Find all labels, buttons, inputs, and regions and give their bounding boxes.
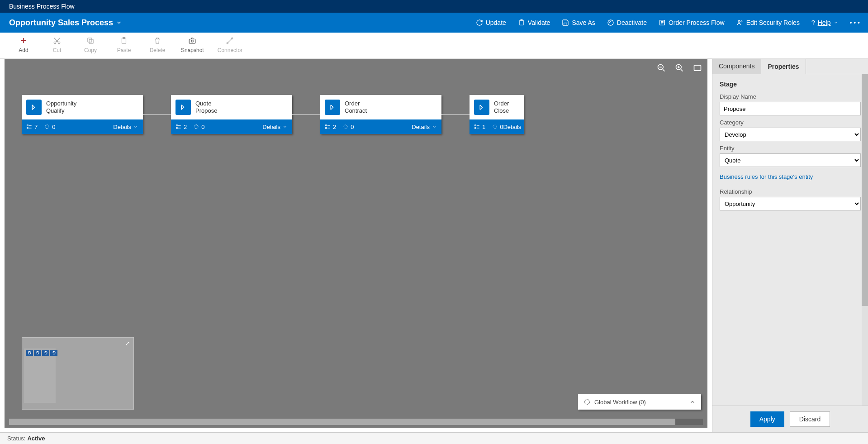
- stage-card[interactable]: OpportunityQualify70Details: [22, 95, 143, 134]
- stage-entity: Quote: [195, 100, 217, 107]
- copy-icon: [86, 36, 95, 45]
- svg-point-14: [227, 43, 228, 44]
- paste-button[interactable]: Paste: [114, 36, 134, 53]
- workflows-count: 0: [492, 124, 503, 130]
- svg-point-42: [493, 125, 497, 129]
- apply-button[interactable]: Apply: [750, 411, 784, 427]
- stage-card[interactable]: OrderContract20Details: [320, 95, 441, 134]
- deactivate-button[interactable]: Deactivate: [603, 16, 650, 29]
- fit-screen-button[interactable]: [693, 63, 702, 72]
- zoom-in-button[interactable]: [675, 63, 684, 72]
- stage-name: Qualify: [46, 107, 76, 115]
- business-rules-link[interactable]: Business rules for this stage's entity: [720, 173, 813, 180]
- category-select[interactable]: Develop: [720, 128, 861, 141]
- more-icon: • • •: [850, 19, 860, 26]
- steps-count: 2: [175, 124, 187, 130]
- delete-button[interactable]: Delete: [147, 36, 167, 53]
- cut-button[interactable]: Cut: [47, 36, 67, 53]
- stage-icon: [26, 100, 42, 115]
- minimap-node: Ɖ: [34, 350, 41, 356]
- chevron-up-icon[interactable]: [689, 399, 696, 405]
- stage-details-toggle[interactable]: Details: [262, 124, 288, 130]
- plus-icon: +: [21, 36, 27, 45]
- tab-properties[interactable]: Properties: [761, 59, 806, 74]
- steps-count: 7: [26, 124, 38, 130]
- stage-connector: [441, 114, 470, 115]
- connector-button[interactable]: Connector: [218, 36, 242, 53]
- svg-point-15: [232, 38, 233, 39]
- paste-icon: [120, 36, 128, 45]
- svg-rect-8: [89, 39, 93, 43]
- minimap-viewport[interactable]: [24, 349, 56, 403]
- steps-count: 2: [325, 124, 336, 130]
- minimap[interactable]: ⤢ Ɖ Ɖ Ɖ Ɖ: [22, 337, 134, 410]
- svg-rect-9: [88, 38, 92, 42]
- stage-icon: [175, 100, 191, 115]
- copy-button[interactable]: Copy: [81, 36, 100, 53]
- svg-rect-27: [176, 128, 177, 129]
- zoom-out-button[interactable]: [657, 63, 666, 72]
- title-bar-text: Business Process Flow: [9, 3, 75, 10]
- stage-card[interactable]: OrderClose10Details: [470, 95, 524, 134]
- validate-button[interactable]: Validate: [514, 16, 554, 29]
- svg-point-6: [54, 42, 56, 44]
- stage-entity: Opportunity: [46, 100, 76, 107]
- global-workflow-bar[interactable]: Global Workflow (0): [578, 394, 701, 410]
- command-bar: Opportunity Sales Process Update Validat…: [0, 13, 868, 33]
- stage-icon: [474, 100, 489, 115]
- status-bar: Status: Active: [0, 432, 868, 444]
- scrollbar-thumb[interactable]: [9, 419, 675, 425]
- vertical-scrollbar[interactable]: [862, 74, 868, 406]
- help-button[interactable]: ? Help: [808, 16, 842, 29]
- display-name-label: Display Name: [720, 93, 861, 100]
- stage-details-toggle[interactable]: Details: [113, 124, 138, 130]
- steps-count: 1: [474, 124, 485, 130]
- stage-name: Close: [494, 107, 509, 115]
- stage-connector: [143, 114, 171, 115]
- order-process-flow-button[interactable]: Order Process Flow: [655, 16, 728, 29]
- svg-rect-26: [176, 125, 177, 126]
- update-button[interactable]: Update: [472, 16, 510, 29]
- designer-canvas[interactable]: OpportunityQualify70DetailsQuotePropose2…: [5, 59, 707, 428]
- security-roles-icon: [736, 19, 744, 26]
- display-name-input[interactable]: [720, 102, 861, 115]
- stage-card[interactable]: QuotePropose20Details: [171, 95, 292, 134]
- process-name-dropdown[interactable]: Opportunity Sales Process: [9, 18, 122, 28]
- help-icon: ?: [811, 19, 815, 26]
- refresh-icon: [476, 19, 483, 26]
- edit-security-roles-button[interactable]: Edit Security Roles: [733, 16, 803, 29]
- stage-icon: [325, 100, 340, 115]
- deactivate-icon: [607, 19, 614, 26]
- svg-rect-21: [27, 128, 28, 129]
- svg-point-43: [585, 400, 590, 405]
- svg-rect-32: [326, 125, 327, 126]
- category-label: Category: [720, 119, 861, 126]
- discard-button[interactable]: Discard: [790, 411, 830, 427]
- stage-name: Propose: [195, 107, 217, 115]
- svg-rect-38: [475, 125, 476, 126]
- stage-details-toggle[interactable]: Details: [412, 124, 437, 130]
- workflows-count: 0: [193, 124, 204, 130]
- minimap-node: Ɖ: [50, 350, 57, 356]
- more-button[interactable]: • • •: [846, 16, 863, 29]
- svg-rect-12: [190, 39, 196, 43]
- stage-details-toggle[interactable]: Details: [503, 124, 524, 130]
- chevron-down-icon: [116, 19, 122, 26]
- scrollbar-thumb[interactable]: [862, 74, 868, 306]
- tab-components[interactable]: Components: [712, 59, 761, 74]
- expand-icon[interactable]: ⤢: [125, 340, 130, 347]
- save-as-button[interactable]: Save As: [558, 16, 598, 29]
- connector-icon: [226, 36, 234, 45]
- properties-panel: Components Properties Stage Display Name…: [712, 59, 868, 432]
- relationship-select[interactable]: Opportunity: [720, 197, 861, 210]
- camera-icon: [188, 36, 196, 45]
- stage-connector: [292, 114, 320, 115]
- entity-select[interactable]: Quote: [720, 153, 861, 167]
- svg-point-13: [191, 40, 194, 43]
- svg-point-30: [194, 125, 198, 129]
- horizontal-scrollbar[interactable]: [9, 419, 703, 425]
- snapshot-button[interactable]: Snapshot: [181, 36, 204, 53]
- add-button[interactable]: + Add: [14, 36, 33, 53]
- panel-section-title: Stage: [720, 81, 861, 88]
- svg-point-36: [344, 125, 347, 129]
